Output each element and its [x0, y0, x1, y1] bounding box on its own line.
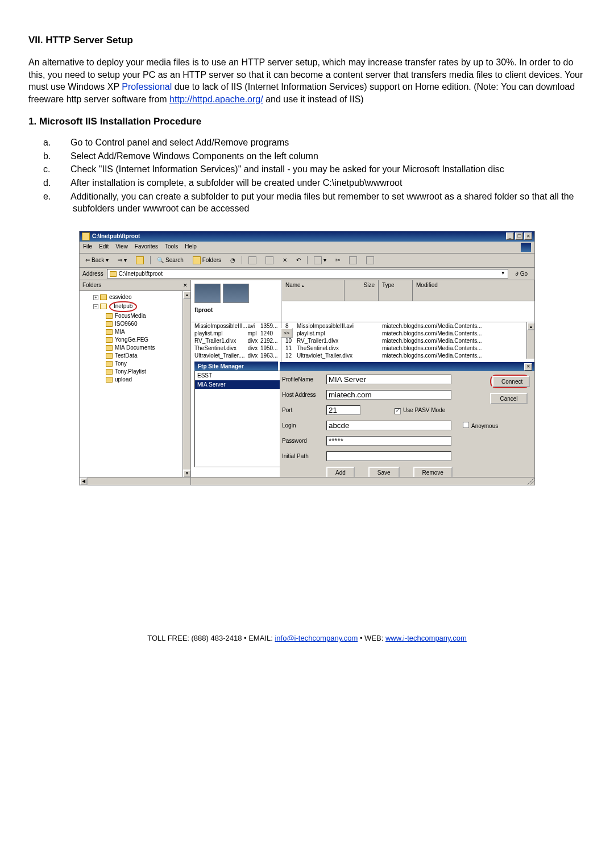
minimize-button[interactable]: _ [506, 232, 514, 240]
tree-yongge[interactable]: YongGe.FEG [115, 337, 148, 343]
file-r3-i: 11 [285, 344, 297, 352]
input-login[interactable] [326, 421, 451, 430]
menu-bar: File Edit View Favorites Tools Help [80, 242, 534, 254]
file-r4-n[interactable]: Ultraviolet_Trailer.divx [297, 352, 382, 359]
tree-scroll-left-icon[interactable]: ◀ [80, 477, 88, 485]
file-list-left[interactable]: MissioImpossibleIII...avi1359... playlis… [191, 322, 282, 477]
folders-button[interactable]: Folders [190, 255, 224, 265]
tree-mia[interactable]: MIA [115, 329, 125, 335]
search-button[interactable]: 🔍 Search [154, 255, 186, 265]
menu-favorites[interactable]: Favorites [135, 243, 158, 252]
step-a: a.Go to Control panel and select Add/Rem… [58, 136, 586, 149]
menu-file[interactable]: File [83, 243, 92, 252]
title-bar[interactable]: C:\Inetpub\ftproot _ ❐ ✕ [80, 231, 534, 242]
tb-icon-2[interactable] [263, 255, 276, 265]
cancel-button[interactable]: Cancel [490, 393, 528, 404]
tree-miadocs[interactable]: MIA Documents [115, 344, 155, 351]
close-button[interactable]: ✕ [524, 232, 532, 240]
file-l2-n[interactable]: RV_Trailer1.divx [194, 337, 247, 344]
menu-help[interactable]: Help [185, 243, 197, 252]
tb-undo[interactable]: ↶ [293, 255, 304, 265]
checkbox-pasv[interactable]: ✓ [395, 408, 401, 414]
checkbox-anon[interactable] [463, 422, 469, 428]
ftp-sites-list[interactable]: ESST MIA Server [194, 371, 285, 467]
tb-delete[interactable]: ✕ [280, 255, 290, 265]
col-size[interactable]: Size [345, 280, 379, 301]
tree-tony[interactable]: Tony [115, 360, 127, 367]
file-l0-s: 1359... [260, 322, 278, 330]
tb-paste[interactable] [363, 255, 377, 265]
tb-views[interactable]: ▾ [311, 255, 329, 265]
tb-copy[interactable] [346, 255, 360, 265]
col-name[interactable]: Name ▴ [282, 280, 345, 301]
para-professional: Professional [122, 82, 172, 92]
ftp-site-mia[interactable]: MIA Server [195, 380, 285, 389]
ftp-site-esst[interactable]: ESST [195, 371, 285, 380]
menu-edit[interactable]: Edit [99, 243, 109, 252]
go-button[interactable]: ∂ Go [512, 269, 532, 279]
right-scroll-up-icon[interactable]: ▲ [527, 322, 534, 330]
file-r0-n[interactable]: MissioImpossibleIII.avi [297, 322, 382, 330]
tree-essvideo[interactable]: essvideo [109, 294, 131, 300]
input-password[interactable] [326, 436, 451, 446]
right-scrollbar[interactable]: ▲ [526, 322, 534, 359]
folders-close-icon[interactable]: ✕ [183, 282, 188, 289]
forward-button[interactable]: ⇒ ▾ [115, 255, 130, 265]
file-r3-n[interactable]: TheSentinel.divx [297, 344, 382, 352]
tb-cut[interactable]: ✂ [333, 255, 343, 265]
folders-pane: Folders ✕ +essvideo −Inetpub FocusMedia … [80, 280, 191, 485]
input-port[interactable] [326, 405, 360, 415]
file-list-right[interactable]: >> 8MissioImpossibleIII.avimiatech.blogd… [282, 322, 534, 477]
expand-icon[interactable]: + [93, 295, 98, 300]
remove-button[interactable]: Remove [413, 467, 453, 477]
window-title: C:\Inetpub\ftproot [92, 232, 140, 240]
col-modified[interactable]: Modified [413, 280, 534, 301]
tree-upload[interactable]: upload [115, 376, 132, 383]
input-host[interactable] [326, 390, 451, 400]
file-l4-n[interactable]: Ultraviolet_Trailer.... [194, 352, 247, 359]
resize-grip-icon[interactable] [526, 477, 534, 485]
input-initial[interactable] [326, 451, 451, 461]
up-button[interactable] [133, 255, 147, 265]
ftp-title-bar[interactable]: Ftp Site Manager [194, 362, 278, 371]
connect-button[interactable]: Connect [492, 376, 530, 387]
scroll-down-icon[interactable]: ▼ [183, 470, 190, 477]
tree-tonyplaylist[interactable]: Tony.Playlist [115, 368, 146, 375]
apache-link[interactable]: http://httpd.apache.org/ [169, 94, 263, 104]
back-button[interactable]: ⇐ Back ▾ [82, 255, 111, 265]
collapse-icon[interactable]: − [93, 304, 98, 309]
tree-testdata[interactable]: TestData [115, 352, 137, 359]
input-profile[interactable] [326, 375, 451, 384]
maximize-button[interactable]: ❐ [515, 232, 523, 240]
scroll-up-icon[interactable]: ▲ [183, 291, 190, 299]
thumbnail-2 [223, 284, 249, 303]
tb-icon-1[interactable] [246, 255, 259, 265]
step-d-text: After installation is complete, a subfol… [70, 178, 402, 188]
add-button[interactable]: Add [326, 467, 355, 477]
ftp-close-button[interactable]: ✕ [524, 363, 532, 371]
tree-iso9660[interactable]: ISO9660 [115, 321, 137, 327]
address-dropdown-icon[interactable]: ▼ [501, 271, 505, 277]
toolbar: ⇐ Back ▾ ⇒ ▾ 🔍 Search Folders ◔ ✕ ↶ ▾ ✂ [80, 254, 534, 268]
menu-tools[interactable]: Tools [165, 243, 178, 252]
col-type[interactable]: Type [379, 280, 413, 301]
tree-scrollbar[interactable]: ▲ ▼ [182, 291, 190, 477]
bottom-scrollbar[interactable] [191, 477, 534, 485]
save-button[interactable]: Save [368, 467, 400, 477]
tree-focusmedia[interactable]: FocusMedia [115, 313, 146, 319]
folder-tree[interactable]: +essvideo −Inetpub FocusMedia ISO9660 MI… [80, 291, 182, 477]
transfer-button[interactable]: >> [280, 328, 293, 338]
file-r1-n[interactable]: playlist.mpl [297, 330, 382, 337]
address-input[interactable]: C:\Inetpub\ftproot ▼ [107, 269, 508, 279]
step-c: c.Check "IIS (Internet Information Servi… [58, 163, 586, 176]
tree-inetpub[interactable]: Inetpub [109, 301, 137, 312]
step-d-label: d. [58, 177, 70, 189]
file-l1-n[interactable]: playlist.mpl [194, 330, 247, 337]
footer-email-link[interactable]: info@i-techcompany.com [275, 634, 358, 642]
history-button[interactable]: ◔ [227, 255, 238, 265]
footer-web-link[interactable]: www.i-techcompany.com [385, 634, 467, 642]
file-r2-n[interactable]: RV_Trailer1.divx [297, 337, 382, 344]
file-l3-n[interactable]: TheSentinel.divx [194, 344, 247, 352]
menu-view[interactable]: View [115, 243, 128, 252]
file-l0-n[interactable]: MissioImpossibleIII... [194, 322, 247, 330]
